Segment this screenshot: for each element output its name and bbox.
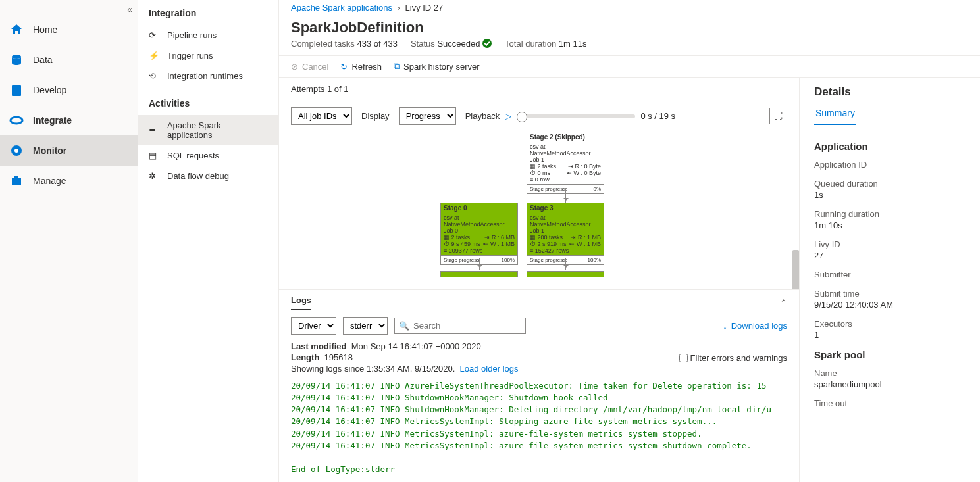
spark-icon: ≣: [149, 126, 161, 135]
queued-label: Queued duration: [814, 179, 966, 189]
log-stream-select[interactable]: stderr: [343, 317, 388, 335]
stage-title: Stage 2 (Skipped): [527, 132, 604, 142]
stage-2-card[interactable]: Stage 2 (Skipped) csv at NativeMethodAcc…: [527, 132, 604, 194]
playback-label: Playback: [465, 111, 500, 121]
stage-3-card[interactable]: Stage 3 csv at NativeMethodAccessor.. Jo…: [527, 203, 604, 265]
length-value: 195618: [324, 352, 353, 362]
filter-checkbox[interactable]: Filter errors and warnings: [679, 341, 787, 375]
nav-monitor[interactable]: Monitor: [0, 135, 138, 166]
duration-value: 1m 11s: [559, 39, 587, 49]
logs-tab[interactable]: Logs: [291, 295, 311, 310]
logs-collapse[interactable]: ⌃: [780, 298, 787, 308]
refresh-icon: ↻: [340, 62, 348, 72]
submittime-label: Submit time: [814, 289, 966, 299]
pipeline-icon: ⟳: [149, 30, 161, 40]
playback-slider[interactable]: [517, 114, 635, 118]
subnav-label: SQL requests: [167, 151, 219, 160]
arrow: [479, 258, 480, 270]
details-pane: Details Summary Application Application …: [799, 78, 980, 482]
subnav-trigger-runs[interactable]: ⚡Trigger runs: [138, 45, 278, 66]
nav-label: Monitor: [33, 145, 66, 156]
status-label: Status: [411, 39, 435, 49]
svg-rect-5: [12, 178, 21, 185]
nav-develop[interactable]: Develop: [0, 75, 138, 105]
home-icon: [9, 22, 24, 37]
appid-label: Application ID: [814, 160, 966, 170]
svg-rect-6: [14, 176, 18, 178]
running-value: 1m 10s: [814, 220, 966, 230]
log-search[interactable]: 🔍: [394, 318, 526, 334]
queued-value: 1s: [814, 190, 966, 200]
display-select[interactable]: Progress: [399, 107, 456, 125]
nav-manage[interactable]: Manage: [0, 166, 138, 196]
logs-section: Logs ⌃ Driver stderr 🔍 ↓Download logs La…: [279, 289, 799, 482]
graph-controls: Attempts 1 of 1 All job IDs Display Prog…: [279, 78, 799, 132]
subnav-pipeline-runs[interactable]: ⟳Pipeline runs: [138, 25, 278, 45]
subnav-dataflow-debug[interactable]: ✲Data flow debug: [138, 166, 278, 186]
stage-job: Job 1: [530, 157, 601, 163]
svg-point-0: [12, 55, 21, 59]
log-output[interactable]: 20/09/14 16:41:07 INFO AzureFileSystemTh…: [279, 379, 799, 482]
stage-partial[interactable]: [527, 271, 604, 277]
tasks-value: 433 of 433: [357, 39, 397, 49]
graph-area[interactable]: Stage 2 (Skipped) csv at NativeMethodAcc…: [279, 132, 799, 289]
filter-cb-input[interactable]: [679, 354, 688, 362]
nav-collapse[interactable]: «: [127, 4, 132, 14]
application-header: Application: [814, 141, 966, 152]
status-line: Completed tasks 433 of 433 Status Succee…: [279, 37, 980, 55]
breadcrumb-parent[interactable]: Apache Spark applications: [291, 3, 392, 12]
fit-button[interactable]: ⛶: [769, 108, 787, 124]
subnav-label: Integration runtimes: [167, 71, 243, 81]
subnav-label: Data flow debug: [167, 171, 229, 181]
svg-rect-1: [12, 85, 21, 96]
external-icon: ⧉: [394, 61, 400, 72]
sparkpool-header: Spark pool: [814, 349, 966, 360]
summary-tab[interactable]: Summary: [814, 108, 856, 125]
stage-0-card[interactable]: Stage 0 csv at NativeMethodAccessor.. Jo…: [440, 203, 518, 265]
svg-point-2: [11, 117, 22, 124]
history-button[interactable]: ⧉Spark history server: [394, 61, 480, 72]
cancel-icon: ⊘: [291, 62, 298, 72]
subnav-label: Pipeline runs: [167, 30, 217, 40]
display-label: Display: [361, 111, 390, 121]
play-button[interactable]: ▷: [505, 111, 511, 121]
subnav: Integration ⟳Pipeline runs ⚡Trigger runs…: [138, 0, 279, 482]
submitter-label: Submitter: [814, 270, 966, 279]
nav-home[interactable]: Home: [0, 14, 138, 45]
filter-label: Filter errors and warnings: [690, 353, 787, 363]
jobids-select[interactable]: All job IDs: [291, 107, 352, 125]
nav-integrate[interactable]: Integrate: [0, 105, 138, 135]
search-icon: 🔍: [399, 321, 409, 331]
subnav-integration-runtimes[interactable]: ⟲Integration runtimes: [138, 66, 278, 86]
refresh-button[interactable]: ↻Refresh: [340, 61, 382, 72]
log-source-select[interactable]: Driver: [291, 317, 336, 335]
poolname-label: Name: [814, 368, 966, 378]
breadcrumb-sep: ›: [398, 3, 400, 12]
nav-data[interactable]: Data: [0, 45, 138, 75]
lastmod-label: Last modified: [291, 341, 347, 351]
breadcrumb-current: Livy ID 27: [405, 3, 444, 12]
svg-point-4: [14, 149, 18, 153]
subnav-sql-requests[interactable]: ▤SQL requests: [138, 145, 278, 166]
log-search-input[interactable]: [413, 321, 521, 331]
breadcrumb: Apache Spark applications › Livy ID 27: [279, 0, 980, 12]
poolname-value: sparkmediumpool: [814, 379, 966, 389]
cancel-button: ⊘Cancel: [291, 61, 328, 72]
download-logs[interactable]: ↓Download logs: [723, 321, 787, 331]
stage-partial[interactable]: [440, 271, 518, 277]
scrollbar[interactable]: [792, 250, 799, 289]
main: Apache Spark applications › Livy ID 27 S…: [279, 0, 980, 482]
subnav-label: Apache Spark applications: [167, 120, 268, 140]
nav-label: Integrate: [33, 115, 72, 126]
arrow: [565, 258, 566, 270]
cancel-label: Cancel: [302, 62, 328, 72]
manage-icon: [9, 174, 24, 188]
download-label: Download logs: [731, 321, 787, 331]
submittime-value: 9/15/20 12:40:03 AM: [814, 300, 966, 310]
monitor-icon: [9, 143, 24, 158]
load-older-link[interactable]: Load older logs: [460, 364, 519, 374]
develop-icon: [9, 83, 24, 97]
status-value: Succeeded: [437, 39, 480, 49]
duration-label: Total duration: [505, 39, 556, 49]
subnav-spark-apps[interactable]: ≣Apache Spark applications: [138, 115, 278, 145]
